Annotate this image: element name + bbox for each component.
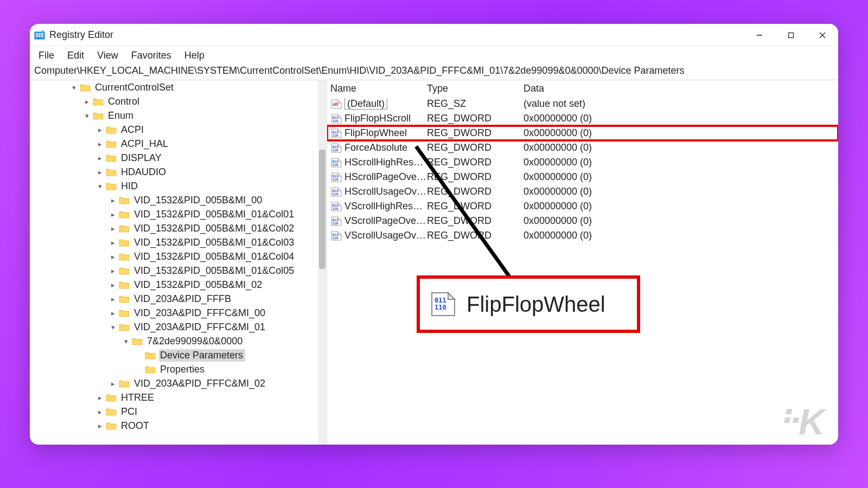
tree-item[interactable]: ▸Device Parameters: [30, 348, 318, 362]
tree-item[interactable]: ▾HID: [30, 179, 318, 193]
tree-item[interactable]: ▸VID_1532&PID_005B&MI_02: [30, 278, 318, 292]
chevron-down-icon[interactable]: ▾: [121, 337, 131, 345]
chevron-right-icon[interactable]: ▸: [95, 168, 105, 176]
tree-item[interactable]: ▸VID_1532&PID_005B&MI_01&Col04: [30, 249, 318, 264]
column-name[interactable]: Name: [330, 83, 427, 94]
tree-item-label: VID_203A&PID_FFFC&MI_00: [133, 307, 267, 319]
value-row[interactable]: VScrollHighResol...REG_DWORD0x00000000 (…: [327, 199, 838, 214]
value-row[interactable]: HScrollHighResol...REG_DWORD0x00000000 (…: [327, 155, 838, 170]
value-name: VScrollPageOverr...: [344, 215, 427, 227]
folder-icon: [119, 323, 130, 331]
value-type: REG_DWORD: [427, 157, 524, 168]
column-headers[interactable]: Name Type Data: [327, 80, 838, 97]
maximize-button[interactable]: [775, 24, 807, 47]
tree-item[interactable]: ▸PCI: [30, 404, 318, 419]
registry-binary-icon: [330, 187, 342, 197]
registry-binary-icon: 011110: [429, 291, 458, 318]
tree-item-label: VID_203A&PID_FFFB: [133, 293, 233, 305]
chevron-right-icon[interactable]: ▸: [95, 126, 105, 134]
tree-item[interactable]: ▸HTREE: [30, 390, 318, 404]
tree-item[interactable]: ▸HDAUDIO: [30, 165, 318, 179]
tree-scroll-area[interactable]: ▾CurrentControlSet▸Control▾Enum▸ACPI▸ACP…: [30, 80, 318, 445]
value-row[interactable]: HScrollPageOverr...REG_DWORD0x00000000 (…: [327, 170, 838, 184]
value-data: 0x00000000 (0): [524, 230, 838, 241]
value-row[interactable]: VScrollUsageOve...REG_DWORD0x00000000 (0…: [327, 228, 838, 243]
tree-item[interactable]: ▸ROOT: [30, 419, 318, 433]
tree-item[interactable]: ▸DISPLAY: [30, 151, 318, 165]
value-row[interactable]: FlipFlopWheelREG_DWORD0x00000000 (0): [327, 126, 838, 140]
tree-item[interactable]: ▾CurrentControlSet: [30, 80, 318, 94]
menu-edit[interactable]: Edit: [61, 48, 91, 63]
svg-rect-3: [41, 33, 43, 35]
minimize-button[interactable]: [744, 24, 775, 47]
tree-item-label: VID_1532&PID_005B&MI_01&Col01: [133, 208, 296, 221]
registry-binary-icon: [330, 143, 342, 153]
folder-icon: [106, 125, 117, 134]
menu-favorites[interactable]: Favorites: [125, 48, 178, 63]
tree-item-label: VID_1532&PID_005B&MI_01&Col05: [133, 265, 296, 277]
menu-help[interactable]: Help: [178, 48, 211, 63]
value-row[interactable]: ForceAbsoluteREG_DWORD0x00000000 (0): [327, 140, 838, 155]
tree-item[interactable]: ▸VID_1532&PID_005B&MI_01&Col03: [30, 235, 318, 249]
tree-item[interactable]: ▸VID_1532&PID_005B&MI_01&Col02: [30, 221, 318, 235]
tree-item[interactable]: ▾VID_203A&PID_FFFC&MI_01: [30, 320, 318, 334]
value-name: HScrollPageOverr...: [344, 171, 427, 183]
column-data[interactable]: Data: [524, 83, 838, 94]
chevron-down-icon[interactable]: ▾: [69, 84, 79, 92]
chevron-right-icon[interactable]: ▸: [95, 422, 105, 430]
value-type: REG_DWORD: [427, 113, 524, 124]
chevron-right-icon[interactable]: ▸: [108, 380, 118, 388]
tree-scrollbar[interactable]: [318, 80, 327, 445]
chevron-down-icon[interactable]: ▾: [95, 182, 105, 190]
chevron-right-icon[interactable]: ▸: [95, 394, 105, 402]
menu-view[interactable]: View: [91, 48, 125, 63]
tree-item[interactable]: ▸VID_1532&PID_005B&MI_00: [30, 193, 318, 207]
tree-item[interactable]: ▸VID_1532&PID_005B&MI_01&Col05: [30, 264, 318, 278]
registry-binary-icon: [330, 230, 342, 241]
value-name: HScrollHighResol...: [344, 157, 427, 168]
value-row[interactable]: FlipFlopHScrollREG_DWORD0x00000000 (0): [327, 111, 838, 126]
chevron-right-icon[interactable]: ▸: [108, 295, 118, 303]
value-name: VScrollHighResol...: [344, 201, 427, 212]
chevron-right-icon[interactable]: ▸: [82, 98, 92, 106]
tree-item-label: 7&2de99099&0&0000: [146, 335, 245, 348]
value-name: (Default): [344, 98, 427, 110]
chevron-right-icon[interactable]: ▸: [108, 281, 118, 289]
close-button[interactable]: [807, 24, 838, 47]
chevron-down-icon[interactable]: ▾: [108, 323, 118, 331]
chevron-right-icon[interactable]: ▸: [108, 239, 118, 247]
chevron-right-icon[interactable]: ▸: [108, 253, 118, 261]
chevron-right-icon[interactable]: ▸: [95, 408, 105, 416]
chevron-right-icon[interactable]: ▸: [95, 154, 105, 162]
tree-item[interactable]: ▾7&2de99099&0&0000: [30, 334, 318, 348]
tree-item[interactable]: ▸VID_203A&PID_FFFB: [30, 292, 318, 306]
value-row[interactable]: HScrollUsageOve...REG_DWORD0x00000000 (0…: [327, 184, 838, 199]
tree-item[interactable]: ▾Enum: [30, 108, 318, 123]
chevron-right-icon[interactable]: ▸: [108, 196, 118, 204]
value-type: REG_DWORD: [427, 230, 524, 241]
window-title: Registry Editor: [49, 29, 113, 41]
chevron-down-icon[interactable]: ▾: [82, 112, 92, 120]
address-bar[interactable]: Computer\HKEY_LOCAL_MACHINE\SYSTEM\Curre…: [30, 64, 838, 80]
tree-item[interactable]: ▸VID_203A&PID_FFFC&MI_02: [30, 376, 318, 390]
tree-pane: ▾CurrentControlSet▸Control▾Enum▸ACPI▸ACP…: [30, 80, 327, 445]
tree-item[interactable]: ▸VID_1532&PID_005B&MI_01&Col01: [30, 207, 318, 221]
value-row[interactable]: VScrollPageOverr...REG_DWORD0x00000000 (…: [327, 214, 838, 228]
chevron-right-icon[interactable]: ▸: [108, 267, 118, 275]
chevron-right-icon[interactable]: ▸: [108, 224, 118, 233]
tree-scrollbar-thumb[interactable]: [319, 150, 326, 269]
column-type[interactable]: Type: [427, 83, 524, 94]
menubar: File Edit View Favorites Help: [30, 47, 838, 64]
tree-item[interactable]: ▸VID_203A&PID_FFFC&MI_00: [30, 306, 318, 320]
tree-item[interactable]: ▸Control: [30, 94, 318, 108]
tree-item-label: Control: [107, 95, 142, 108]
tree-item[interactable]: ▸ACPI_HAL: [30, 137, 318, 151]
chevron-right-icon[interactable]: ▸: [108, 210, 118, 219]
chevron-right-icon[interactable]: ▸: [95, 140, 105, 148]
menu-file[interactable]: File: [32, 48, 61, 63]
value-row[interactable]: (Default)REG_SZ(value not set): [327, 97, 838, 111]
chevron-right-icon[interactable]: ▸: [108, 309, 118, 317]
tree-item[interactable]: ▸Properties: [30, 362, 318, 376]
app-icon: [34, 30, 45, 41]
tree-item[interactable]: ▸ACPI: [30, 123, 318, 137]
